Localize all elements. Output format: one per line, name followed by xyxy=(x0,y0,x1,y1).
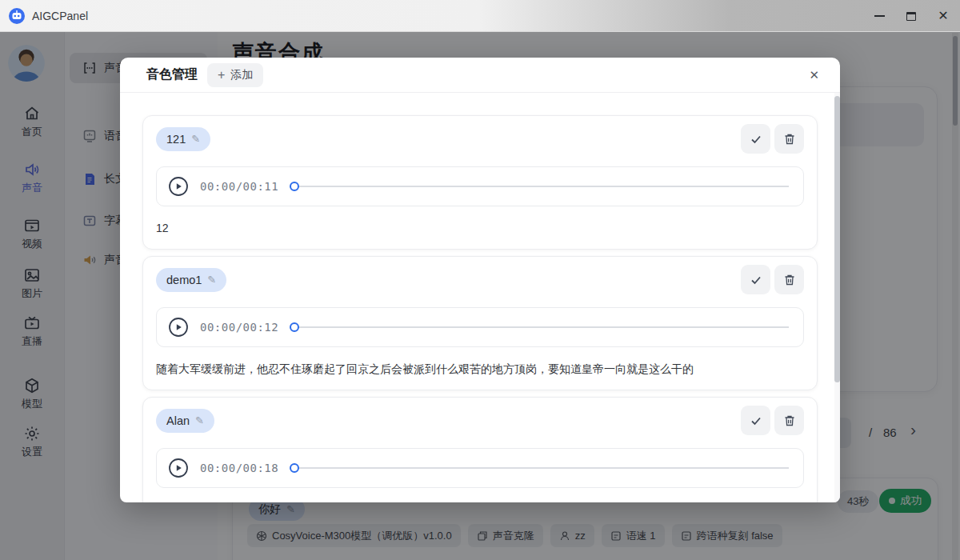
modal-scrollbar-thumb[interactable] xyxy=(834,96,840,382)
voice-card: Alan ✎ 00:00/00:18 魔众是一个专注于互联网解决方案的研发团队，… xyxy=(142,397,818,502)
voice-name: Alan xyxy=(166,414,190,427)
minimize-button[interactable] xyxy=(869,6,890,26)
app-title: AIGCPanel xyxy=(32,10,88,22)
trash-icon xyxy=(783,414,796,427)
app-logo-icon xyxy=(8,7,26,25)
play-icon xyxy=(168,458,189,478)
play-icon xyxy=(168,176,189,197)
seek-slider[interactable] xyxy=(290,463,792,473)
check-icon xyxy=(750,274,762,286)
voice-card: 121 ✎ 00:00/00:11 12 xyxy=(142,115,818,250)
play-button[interactable] xyxy=(168,176,189,197)
time-display: 00:00/00:11 xyxy=(200,180,278,193)
voice-name-pill[interactable]: Alan ✎ xyxy=(156,409,214,433)
confirm-voice-button[interactable] xyxy=(741,406,770,435)
seek-slider[interactable] xyxy=(290,182,792,191)
time-display: 00:00/00:12 xyxy=(200,321,278,334)
slider-track xyxy=(299,326,789,328)
maximize-icon xyxy=(906,12,916,21)
voice-name: 121 xyxy=(166,133,186,146)
voice-name-pill[interactable]: 121 ✎ xyxy=(156,127,210,151)
slider-track xyxy=(299,186,789,187)
audio-player: 00:00/00:18 xyxy=(156,448,804,488)
voice-name: demo1 xyxy=(166,274,202,286)
play-button[interactable] xyxy=(168,317,189,338)
audio-player: 00:00/00:11 xyxy=(156,166,804,206)
close-window-button[interactable]: ✕ xyxy=(933,6,954,26)
time-display: 00:00/00:18 xyxy=(200,462,278,474)
slider-handle[interactable] xyxy=(290,463,299,473)
slider-handle[interactable] xyxy=(290,182,299,191)
confirm-voice-button[interactable] xyxy=(741,124,770,154)
edit-icon: ✎ xyxy=(191,133,200,145)
check-icon xyxy=(750,414,762,427)
voice-sample-text: 魔众是一个专注于互联网解决方案的研发团队，我们拥有一支充满激情、以技术创新为目标… xyxy=(156,499,804,502)
confirm-voice-button[interactable] xyxy=(741,265,770,294)
minimize-icon xyxy=(874,15,885,17)
voice-sample-text: 12 xyxy=(156,218,804,238)
voice-manage-modal: 音色管理 + 添加 ✕ 121 ✎ xyxy=(120,58,840,502)
modal-title: 音色管理 xyxy=(146,66,198,83)
play-button[interactable] xyxy=(168,458,189,478)
add-voice-label: 添加 xyxy=(230,68,253,82)
slider-track xyxy=(299,467,789,469)
delete-voice-button[interactable] xyxy=(774,265,804,294)
trash-icon xyxy=(783,274,796,286)
audio-player: 00:00/00:12 xyxy=(156,307,804,347)
trash-icon xyxy=(783,133,796,146)
plus-icon: + xyxy=(218,69,225,82)
voice-card: demo1 ✎ 00:00/00:12 随着大军缓缓前进，他忍不住琢磨起了回京之… xyxy=(142,256,818,390)
voice-sample-text: 随着大军缓缓前进，他忍不住琢磨起了回京之后会被派到什么艰苦的地方顶岗，要知道皇帝… xyxy=(156,358,804,379)
app-window: AIGCPanel ✕ 首页 声音 视频 xyxy=(0,0,960,560)
slider-handle[interactable] xyxy=(290,322,299,332)
modal-header: 音色管理 + 添加 ✕ xyxy=(120,58,840,93)
seek-slider[interactable] xyxy=(290,322,792,332)
play-icon xyxy=(168,317,189,338)
modal-close-button[interactable]: ✕ xyxy=(809,68,819,82)
edit-icon: ✎ xyxy=(207,274,216,286)
edit-icon: ✎ xyxy=(195,414,204,426)
modal-body: 121 ✎ 00:00/00:11 12 xyxy=(120,93,840,502)
modal-scrollbar xyxy=(834,93,840,502)
maximize-button[interactable] xyxy=(901,6,922,26)
add-voice-button[interactable]: + 添加 xyxy=(207,63,263,87)
close-icon: ✕ xyxy=(938,10,948,22)
check-icon xyxy=(750,133,762,146)
voice-name-pill[interactable]: demo1 ✎ xyxy=(156,268,226,292)
title-bar: AIGCPanel ✕ xyxy=(0,0,960,32)
delete-voice-button[interactable] xyxy=(774,124,804,154)
delete-voice-button[interactable] xyxy=(774,406,804,435)
